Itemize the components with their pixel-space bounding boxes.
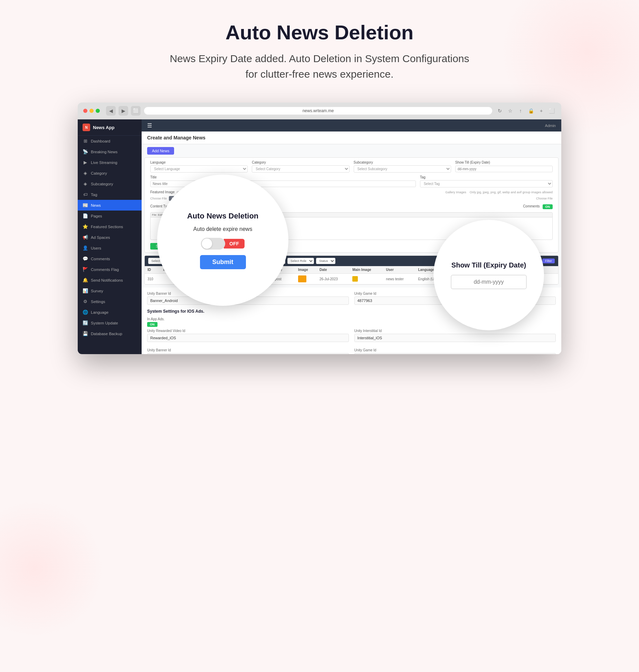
- adspaces-icon: 📢: [83, 235, 88, 240]
- sidebar-item-news[interactable]: 📰 News: [78, 200, 142, 211]
- refresh-icon[interactable]: ↻: [496, 107, 504, 115]
- category-select[interactable]: Select Category: [252, 165, 349, 173]
- comments-label: Comments: [523, 204, 540, 208]
- back-button[interactable]: ◀: [106, 106, 116, 116]
- extensions-icon[interactable]: ⬜: [547, 107, 556, 115]
- users-icon: 👤: [83, 245, 88, 251]
- sidebar-item-category[interactable]: ◈ Category: [78, 168, 142, 178]
- sidebar-logo: N News App: [78, 119, 142, 135]
- sidebar-label-system-update: System Update: [91, 321, 118, 325]
- popup-toggle-container: OFF: [201, 238, 245, 250]
- sidebar-item-featured[interactable]: ⭐ Featured Sections: [78, 221, 142, 232]
- language-select[interactable]: Select Language: [150, 165, 248, 173]
- col-user: User: [383, 266, 416, 274]
- sidebar-item-tag[interactable]: 🏷 Tag: [78, 189, 142, 200]
- choose-file-label: Choose File: [150, 197, 167, 200]
- sidebar-item-breaking-news[interactable]: 📡 Breaking News: [78, 146, 142, 157]
- popup-show-till-title: Show Till (Expiry Date): [451, 261, 526, 269]
- sidebar-item-language[interactable]: 🌐 Language: [78, 307, 142, 318]
- col-date: Date: [317, 266, 350, 274]
- bg-decoration-bottom-left: [0, 499, 104, 637]
- popup-auto-deletion: Auto News Deletion Auto delete expire ne…: [157, 175, 288, 306]
- language-label: Language: [150, 160, 248, 164]
- minimize-dot[interactable]: [89, 109, 94, 113]
- cell-main-image: [350, 274, 383, 284]
- news-icon: 📰: [83, 203, 88, 208]
- sidebar-item-subcategory[interactable]: ◈ Subcategory: [78, 178, 142, 189]
- add-news-button[interactable]: Add News: [147, 147, 174, 155]
- tag-select[interactable]: Select Tag: [420, 180, 553, 187]
- browser-dots: [83, 109, 100, 113]
- sidebar-item-comments[interactable]: 💬 Comments: [78, 253, 142, 264]
- sidebar-label-news: News: [91, 203, 101, 207]
- unity-banner-group: Unity Banner Id Banner_iOS: [147, 348, 349, 354]
- sidebar-item-notifications[interactable]: 🔔 Send Notifications: [78, 275, 142, 285]
- category-group: Category Select Category: [252, 160, 349, 173]
- bookmark-icon[interactable]: ☆: [506, 107, 514, 115]
- sidebar-item-survey[interactable]: 📊 Survey: [78, 285, 142, 296]
- sidebar-item-comments-flag[interactable]: 🚩 Comments Flag: [78, 264, 142, 275]
- popup-show-till: Show Till (Expiry Date): [433, 220, 544, 330]
- lock-icon[interactable]: 🔒: [527, 107, 535, 115]
- language-group: Language Select Language: [150, 160, 248, 173]
- forward-button[interactable]: ▶: [118, 106, 128, 116]
- in-app-ads-toggle[interactable]: ON: [147, 322, 158, 327]
- close-dot[interactable]: [83, 109, 87, 113]
- unity-rewarded-group: Unity Rewarded Video Id Rewarded_iOS: [147, 329, 349, 342]
- share-icon[interactable]: ↑: [516, 107, 525, 115]
- browser-toolbar: ◀ ▶ ⬜ news.wrteam.me ↻ ☆ ↑ 🔒 + ⬜: [78, 103, 561, 119]
- sidebar-item-users[interactable]: 👤 Users: [78, 243, 142, 253]
- popup-toggle-track[interactable]: [201, 238, 225, 250]
- sidebar-label-adspaces: Ad Spaces: [91, 235, 110, 240]
- popup-toggle-thumb: [202, 238, 212, 249]
- logo-icon: N: [83, 124, 90, 131]
- add-tab-icon[interactable]: +: [537, 107, 545, 115]
- unity-rewarded-value: Rewarded_iOS: [147, 334, 349, 342]
- sidebar-section-main: ⊞ Dashboard 📡 Breaking News ▶ Live Strea…: [78, 135, 142, 339]
- content-title: Create and Manage News: [142, 132, 561, 144]
- sidebar-item-database[interactable]: 💾 Database Backup: [78, 328, 142, 339]
- cell-id: 310: [145, 274, 160, 284]
- show-till-label: Show Till (Expiry Date): [455, 160, 553, 164]
- sidebar-label-notifications: Send Notifications: [91, 278, 123, 282]
- page-title: Auto News Deletion: [226, 21, 414, 44]
- live-streaming-icon: ▶: [83, 160, 88, 165]
- unity-game-label: Unity Game Id: [354, 348, 556, 352]
- survey-icon: 📊: [83, 288, 88, 293]
- browser-actions: ↻ ☆ ↑ 🔒 + ⬜: [496, 107, 556, 115]
- sidebar-item-settings[interactable]: ⚙ Settings: [78, 296, 142, 307]
- sidebar-item-pages[interactable]: 📄 Pages: [78, 211, 142, 221]
- window-button[interactable]: ⬜: [131, 106, 141, 116]
- page-subtitle: News Expiry Date added. Auto Deletion in…: [164, 51, 475, 82]
- language-icon: 🌐: [83, 310, 88, 315]
- menu-toggle-icon[interactable]: ☰: [147, 122, 152, 129]
- sidebar-item-dashboard[interactable]: ⊞ Dashboard: [78, 136, 142, 146]
- comments-toggle[interactable]: ON: [543, 204, 553, 209]
- category-icon: ◈: [83, 171, 88, 176]
- filter-role-select[interactable]: Select Role: [287, 258, 314, 264]
- popup-deletion-title: Auto News Deletion: [173, 212, 273, 221]
- cell-date: 26-Jul-2023: [317, 274, 350, 284]
- sidebar-logo-text: News App: [93, 125, 114, 130]
- popup-toggle-label[interactable]: OFF: [224, 239, 245, 249]
- sidebar-item-live-streaming[interactable]: ▶ Live Streaming: [78, 157, 142, 168]
- sidebar-item-adspaces[interactable]: 📢 Ad Spaces: [78, 232, 142, 243]
- subcategory-select[interactable]: Select Subcategory: [354, 165, 451, 173]
- filter-status-select[interactable]: Status: [316, 258, 335, 264]
- sidebar-item-system-update[interactable]: 🔄 System Update: [78, 318, 142, 328]
- sidebar-label-live: Live Streaming: [91, 160, 117, 165]
- main-sidebar: N News App ⊞ Dashboard 📡 Breaking News: [78, 119, 142, 354]
- sidebar-label-comments: Comments: [91, 257, 110, 261]
- popup-submit-button[interactable]: Submit: [200, 255, 246, 269]
- popup-date-input[interactable]: [451, 275, 527, 289]
- browser-nav: ◀ ▶ ⬜: [106, 106, 141, 116]
- sidebar-label-category: Category: [91, 171, 107, 175]
- sidebar-label-comments-flag: Comments Flag: [91, 267, 119, 272]
- pages-icon: 📄: [83, 213, 88, 218]
- filter-button[interactable]: Filter: [542, 259, 555, 263]
- show-till-input[interactable]: [455, 166, 553, 172]
- unity-interstitial-value: Interstitial_iOS: [354, 334, 556, 342]
- notifications-icon: 🔔: [83, 277, 88, 283]
- maximize-dot[interactable]: [96, 109, 100, 113]
- url-bar[interactable]: news.wrteam.me: [144, 107, 492, 115]
